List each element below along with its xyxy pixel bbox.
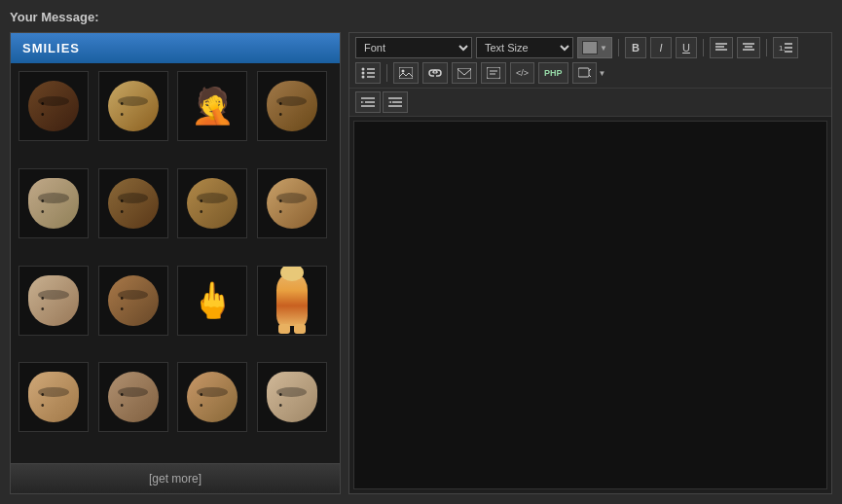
right-panel: Font Arial Verdana Times New Roman Couri…	[348, 32, 832, 494]
smilies-grid: 🤦	[11, 63, 340, 463]
editor-area[interactable]	[353, 121, 827, 489]
smilies-header: SMILIES	[11, 33, 340, 63]
smilie-item[interactable]: 🖕	[177, 266, 247, 336]
smilie-item[interactable]	[177, 362, 247, 432]
smilie-item[interactable]	[98, 71, 168, 141]
svg-text:1.: 1.	[779, 44, 786, 53]
unordered-list-button[interactable]	[355, 62, 381, 84]
toolbar-separator-1	[618, 39, 619, 56]
toolbar-separator-4	[386, 64, 387, 82]
svg-rect-20	[487, 67, 500, 79]
svg-point-17	[402, 70, 405, 73]
bold-button[interactable]: B	[625, 37, 646, 58]
svg-rect-23	[578, 68, 589, 77]
color-dropdown-arrow: ▼	[600, 44, 607, 53]
smilie-item[interactable]	[98, 266, 168, 336]
toolbar-separator-3	[766, 39, 767, 56]
link-button[interactable]	[422, 62, 448, 84]
smilie-item[interactable]	[18, 71, 89, 141]
align-center-button[interactable]	[737, 37, 760, 58]
unordered-list-icon	[361, 67, 375, 79]
quote-icon	[487, 67, 500, 79]
smilie-item[interactable]: 🤦	[177, 71, 247, 141]
media-dropdown-arrow[interactable]: ▼	[599, 69, 606, 78]
svg-point-10	[362, 68, 365, 71]
left-panel: SMILIES 🤦	[10, 32, 341, 494]
smilie-item[interactable]	[177, 168, 247, 238]
code-button[interactable]: </>	[510, 62, 534, 84]
svg-point-12	[362, 76, 365, 79]
smilie-item[interactable]	[257, 168, 327, 238]
content-row: SMILIES 🤦	[10, 32, 832, 494]
media-button[interactable]	[572, 62, 597, 84]
php-button[interactable]: PHP	[538, 62, 568, 84]
indent-button[interactable]	[355, 91, 381, 113]
color-picker-button[interactable]: ▼	[577, 37, 612, 58]
svg-rect-19	[458, 68, 471, 79]
smilie-item[interactable]	[18, 362, 89, 432]
svg-point-11	[362, 72, 365, 75]
svg-rect-16	[399, 67, 413, 79]
smilie-item[interactable]	[257, 71, 327, 141]
size-select[interactable]: Text Size 8pt 10pt 12pt 14pt 18pt 24pt	[476, 37, 573, 58]
smilie-item[interactable]	[257, 266, 327, 336]
align-left-icon	[715, 43, 727, 53]
smilie-item[interactable]	[257, 362, 327, 432]
align-center-icon	[743, 43, 754, 53]
align-left-button[interactable]	[710, 37, 733, 58]
email-button[interactable]	[452, 62, 477, 84]
link-icon	[428, 68, 442, 78]
ordered-list-button[interactable]: 1.	[773, 37, 798, 58]
main-container: Your Message: SMILIES 🤦	[0, 0, 842, 504]
smilie-item[interactable]	[98, 362, 168, 432]
smilie-item[interactable]	[98, 168, 168, 238]
italic-button[interactable]: I	[650, 37, 672, 58]
font-select[interactable]: Font Arial Verdana Times New Roman Couri…	[355, 37, 472, 58]
get-more-button[interactable]: [get more]	[11, 463, 340, 493]
toolbar-row-2	[349, 89, 831, 117]
outdent-icon	[388, 97, 402, 107]
your-message-label: Your Message:	[10, 10, 832, 24]
quote-button[interactable]	[481, 62, 506, 84]
smilie-item[interactable]	[18, 266, 89, 336]
image-button[interactable]	[393, 62, 419, 84]
media-icon	[578, 67, 591, 79]
image-icon	[399, 67, 413, 79]
smilie-item[interactable]	[18, 168, 89, 238]
outdent-button[interactable]	[383, 91, 408, 113]
color-swatch	[582, 41, 598, 54]
underline-button[interactable]: U	[676, 37, 697, 58]
email-icon	[458, 68, 471, 79]
ordered-list-icon: 1.	[779, 42, 792, 54]
toolbar-separator-2	[703, 39, 704, 56]
indent-icon	[361, 97, 375, 107]
toolbar-row-1: Font Arial Verdana Times New Roman Couri…	[349, 33, 831, 89]
